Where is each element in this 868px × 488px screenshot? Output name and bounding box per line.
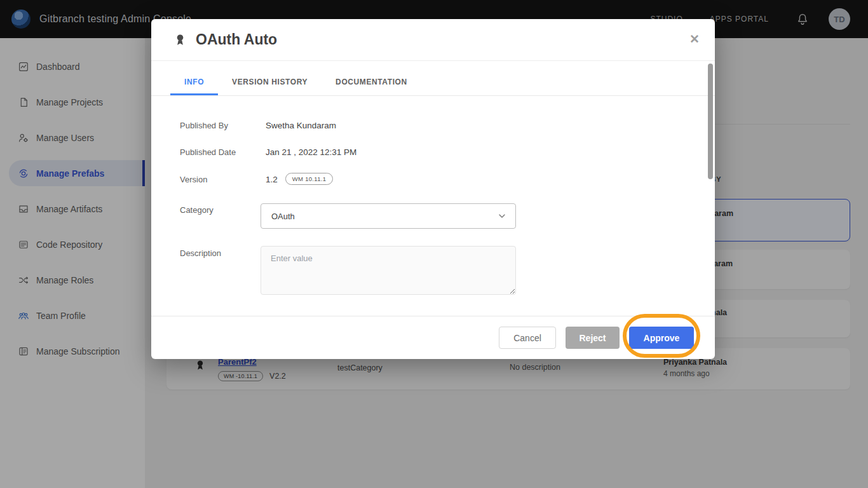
- modal-tabs: INFO VERSION HISTORY DOCUMENTATION: [170, 78, 715, 95]
- field-label: Published By: [180, 121, 266, 130]
- modal-scrollbar[interactable]: [708, 64, 713, 179]
- reject-button[interactable]: Reject: [566, 327, 620, 349]
- modal-title: OAuth Auto: [196, 31, 277, 48]
- category-select[interactable]: OAuth: [261, 203, 516, 229]
- prefab-detail-modal: OAuth Auto ✕ INFO VERSION HISTORY DOCUME…: [151, 19, 715, 359]
- description-textarea[interactable]: [261, 246, 516, 295]
- field-version: Version 1.2 WM 10.11.1: [180, 175, 333, 187]
- tab-info[interactable]: INFO: [170, 78, 218, 95]
- field-value: Swetha Kundaram: [266, 121, 336, 130]
- cancel-button[interactable]: Cancel: [499, 327, 556, 349]
- tab-version-history[interactable]: VERSION HISTORY: [218, 78, 322, 95]
- field-description: Description: [180, 248, 266, 258]
- tab-documentation[interactable]: DOCUMENTATION: [322, 78, 421, 95]
- tabs-divider: [151, 95, 715, 96]
- field-category: Category: [180, 205, 266, 215]
- field-label: Version: [180, 175, 266, 187]
- modal-header: OAuth Auto ✕: [151, 19, 715, 61]
- field-value: Jan 21 , 2022 12:31 PM: [266, 147, 356, 157]
- modal-footer: Cancel Reject Approve: [151, 316, 715, 359]
- approve-button[interactable]: Approve: [629, 327, 694, 349]
- field-label: Description: [180, 248, 266, 258]
- category-selected-value: OAuth: [271, 212, 497, 221]
- field-published-date: Published Date Jan 21 , 2022 12:31 PM: [180, 147, 356, 157]
- field-published-by: Published By Swetha Kundaram: [180, 121, 336, 130]
- field-label: Published Date: [180, 147, 266, 157]
- screen: Gitbranch testing Admin Console STUDIO A…: [0, 0, 868, 488]
- chevron-down-icon: [497, 211, 507, 221]
- close-icon[interactable]: ✕: [689, 33, 700, 45]
- prefab-ribbon-icon: [173, 31, 187, 49]
- field-label: Category: [180, 205, 266, 215]
- field-value: 1.2: [266, 175, 278, 187]
- wm-version-badge: WM 10.11.1: [285, 173, 334, 185]
